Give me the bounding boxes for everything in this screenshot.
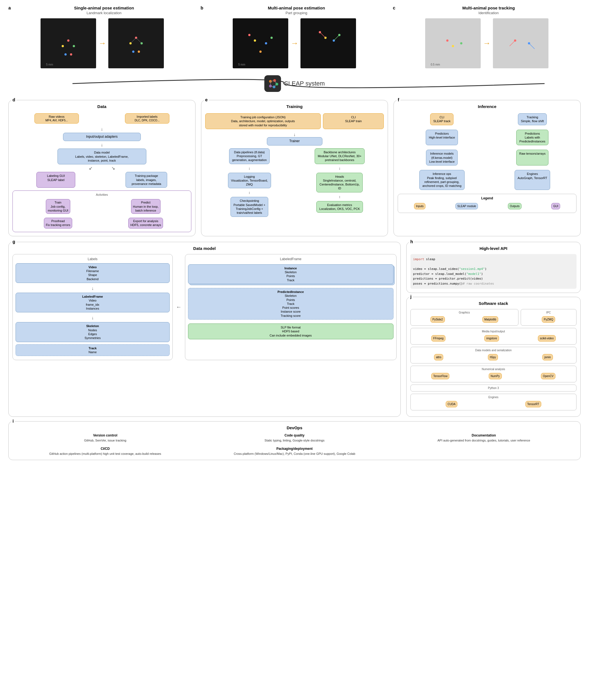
tensorrt-box: TensorRT bbox=[526, 401, 541, 407]
graphics-ipc-row: Graphics PySide2 Matplotlib IPC PyZMQ bbox=[410, 309, 577, 326]
training-config-box: Training job configuration (JSON) Data, … bbox=[205, 113, 321, 129]
data-pipelines-box: Data pipelines (tf.data) Preprocessing, … bbox=[229, 148, 270, 164]
slp-file-box: SLP file format HDF5 based Can include e… bbox=[188, 323, 393, 339]
legend-sleap-module: SLEAP module bbox=[455, 203, 478, 209]
proofread-box: Proofread Fix tracking errors bbox=[44, 218, 72, 229]
labeled-frame-labels-box: LabeledFrame Video frame_idx Instances bbox=[16, 293, 170, 312]
numerical-label: Numerical analysis bbox=[412, 368, 575, 371]
backbone-box: Backbone architectures Modular UNet, DLC… bbox=[315, 148, 364, 164]
activities-title: Activities bbox=[15, 193, 189, 196]
svg-rect-7 bbox=[108, 18, 164, 68]
svg-line-46 bbox=[274, 84, 276, 87]
version-control-item: Version control GitHub, SemVer, issue tr… bbox=[12, 433, 198, 443]
panel-a-label: a bbox=[8, 6, 11, 11]
scikit-video-box: scikit-video bbox=[538, 335, 555, 341]
graphics-label: Graphics bbox=[412, 311, 517, 314]
legend-outputs: Outputs bbox=[508, 203, 522, 209]
svg-point-20 bbox=[259, 50, 261, 53]
skeleton-box: Skeleton Nodes Edges Symmetries bbox=[16, 322, 170, 342]
section-j-title: Software stack bbox=[410, 301, 577, 306]
panel-a-subtitle: Landmark localization bbox=[12, 11, 196, 15]
data-models-label: Data models and serialization bbox=[412, 349, 575, 352]
section-data: d Data Raw videos MP4, AVI, HDF5... Impo… bbox=[8, 100, 196, 236]
section-g-title: Data model bbox=[12, 246, 397, 251]
legend-gui: GUI bbox=[551, 203, 560, 209]
code-quality-title: Code quality bbox=[202, 433, 387, 437]
train-box: Train Job config, monitoring GUI bbox=[46, 199, 70, 214]
labeled-frame-group-title: LabeledFrame bbox=[188, 257, 393, 261]
svg-point-3 bbox=[73, 45, 75, 47]
documentation-item: Documentation API auto-generated from do… bbox=[391, 433, 577, 443]
svg-point-30 bbox=[446, 39, 448, 42]
media-io-row: Media Input/output FFmpeg imgstore sciki… bbox=[410, 328, 577, 344]
panel-a: a Single-animal pose estimation Landmark… bbox=[8, 6, 196, 68]
section-f-label: f bbox=[397, 97, 400, 102]
python-label: Python 3 bbox=[412, 387, 575, 390]
python-row: Python 3 bbox=[410, 385, 577, 392]
track-box: Track Name bbox=[16, 344, 170, 356]
svg-rect-0 bbox=[40, 18, 96, 68]
logging-box: Logging Visualization, TensorBoard, ZMQ bbox=[228, 173, 271, 189]
section-h-label: h bbox=[409, 239, 414, 244]
svg-point-31 bbox=[452, 45, 454, 47]
raw-tensors-box: Raw tensors/arrays bbox=[516, 150, 549, 166]
panel-b-subtitle: Part grouping bbox=[204, 11, 389, 15]
trainer-box: Trainer bbox=[267, 137, 323, 146]
eval-metrics-box: Evaluation metrics Localization, OKS, VO… bbox=[316, 201, 363, 213]
sleap-title: SLEAP system bbox=[284, 80, 325, 87]
imgstore-box: imgstore bbox=[484, 335, 499, 341]
section-i-title: DevOps bbox=[12, 425, 577, 430]
svg-point-19 bbox=[265, 42, 267, 44]
packaging-title: Packaging/deployment bbox=[202, 447, 387, 451]
svg-point-2 bbox=[62, 45, 64, 47]
predictors-box: Predictors High-level interface bbox=[426, 130, 458, 146]
code-quality-item: Code quality Static typing, linting, Goo… bbox=[202, 433, 387, 443]
tensorflow-box: TensorFlow bbox=[431, 373, 449, 379]
h5py-box: h5py bbox=[488, 354, 498, 361]
ffmpeg-box: FFmpeg bbox=[431, 335, 445, 341]
svg-rect-22 bbox=[301, 18, 356, 68]
section-g-label: g bbox=[11, 239, 16, 244]
attrs-box: attrs bbox=[434, 354, 443, 361]
legend-title: Legend bbox=[400, 196, 574, 200]
pyzmq-box: PyZMQ bbox=[542, 316, 555, 323]
svg-point-17 bbox=[254, 39, 256, 42]
svg-point-4 bbox=[64, 53, 67, 55]
section-data-model: g Data model Labels Video bbox=[8, 242, 401, 417]
svg-text:0.5 mm: 0.5 mm bbox=[431, 63, 440, 66]
panel-a-title: Single-animal pose estimation bbox=[12, 6, 196, 10]
svg-point-12 bbox=[138, 50, 140, 53]
predict-box: Predict Human in the loop, batch inferen… bbox=[131, 199, 161, 214]
jsmin-box: jsmin bbox=[542, 354, 553, 361]
section-d-title: Data bbox=[12, 104, 191, 109]
documentation-text: API auto-generated from docstrings, guid… bbox=[391, 438, 577, 443]
numerical-row: Numerical analysis TensorFlow NumPy Open… bbox=[410, 366, 577, 382]
opencv-box: OpenCV bbox=[541, 373, 555, 379]
pyside2-box: PySide2 bbox=[430, 316, 445, 323]
code-quality-text: Static typing, linting, Google-style doc… bbox=[202, 438, 387, 443]
documentation-title: Documentation bbox=[391, 433, 577, 437]
labels-group-title: Labels bbox=[16, 257, 170, 261]
svg-rect-34 bbox=[493, 18, 549, 68]
training-package-box: Training package labels, images, provena… bbox=[126, 172, 167, 188]
panel-b-title: Multi-animal pose estimation bbox=[204, 6, 389, 10]
engines-row: Engines CUDA TensorRT bbox=[410, 394, 577, 410]
section-devops: i DevOps Version control GitHub, SemVer,… bbox=[8, 421, 581, 460]
section-h-title: High-level API bbox=[410, 246, 577, 251]
panel-c-subtitle: Identification bbox=[397, 11, 581, 15]
engines-category-label: Engines bbox=[412, 396, 575, 399]
section-i-label: i bbox=[11, 419, 15, 424]
section-d-label: d bbox=[11, 97, 16, 102]
ci-cd-title: CI/CD bbox=[12, 447, 198, 451]
section-inference: f Inference CLI SLEAP track Tracking Sim… bbox=[393, 100, 581, 236]
section-software-stack: j Software stack Graphics PySide2 Matplo… bbox=[406, 297, 581, 417]
section-j-label: j bbox=[409, 294, 413, 299]
legend-box: Legend Inputs SLEAP module Outputs GUI bbox=[398, 194, 577, 213]
ci-cd-item: CI/CD GitHub action pipelines (multi-pla… bbox=[12, 447, 198, 456]
video-box: Video Filename Shape Backend bbox=[16, 263, 170, 283]
packaging-text: Cross-platform (Windows/Linux/Mac), PyPI… bbox=[202, 452, 387, 456]
raw-videos-box: Raw videos MP4, AVI, HDF5... bbox=[34, 113, 79, 124]
svg-point-5 bbox=[70, 53, 72, 55]
sleap-banner: SLEAP system bbox=[8, 74, 581, 93]
cli-track-box: CLI SLEAP track bbox=[430, 113, 453, 125]
